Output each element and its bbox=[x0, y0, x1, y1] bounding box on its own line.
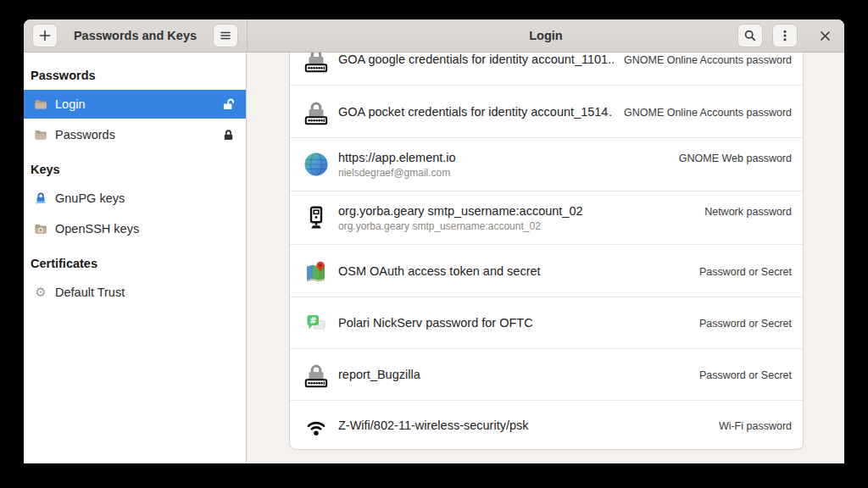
main-pane: GOA google credentials for identity acco… bbox=[248, 53, 844, 463]
sidebar-section-keys: Keys GnuPG keys bbox=[24, 160, 246, 243]
chat-hash-icon: # bbox=[303, 309, 330, 336]
sidebar-item-gnupg-keys[interactable]: GnuPG keys bbox=[24, 184, 246, 213]
close-button[interactable] bbox=[813, 24, 837, 47]
row-title: GOA google credentials for identity acco… bbox=[338, 53, 614, 66]
main-menu-button[interactable] bbox=[213, 24, 238, 47]
section-heading: Passwords bbox=[24, 66, 246, 90]
kebab-menu-icon bbox=[778, 29, 792, 42]
search-icon bbox=[743, 29, 757, 42]
menu-button[interactable] bbox=[772, 24, 798, 47]
close-icon bbox=[820, 30, 831, 42]
sidebar-item-login[interactable]: Login bbox=[24, 90, 246, 119]
password-list: GOA google credentials for identity acco… bbox=[289, 53, 804, 450]
row-type-label: GNOME Online Accounts password bbox=[624, 107, 792, 119]
row-subtitle: org.yorba.geary smtp_username:account_02 bbox=[338, 220, 792, 232]
password-row-osm[interactable]: OSM OAuth access token and secret Passwo… bbox=[290, 244, 803, 297]
row-title: OSM OAuth access token and secret bbox=[338, 264, 541, 278]
row-type-label: Password or Secret bbox=[699, 266, 792, 278]
wifi-icon bbox=[303, 412, 330, 439]
unlocked-icon bbox=[222, 98, 235, 111]
row-title: GOA pocket credentials for identity acco… bbox=[338, 105, 614, 119]
sidebar-item-label: Login bbox=[55, 97, 85, 111]
openssh-folder-icon bbox=[34, 222, 47, 236]
sidebar-item-label: Passwords bbox=[55, 128, 115, 141]
search-button[interactable] bbox=[737, 24, 763, 47]
gnupg-lock-icon bbox=[34, 191, 47, 205]
passwords-and-keys-window: Passwords and Keys Login bbox=[24, 19, 844, 463]
sidebar-item-label: Default Trust bbox=[55, 286, 125, 299]
web-globe-icon bbox=[303, 151, 330, 178]
row-title: org.yorba.geary smtp_username:account_02 bbox=[338, 204, 583, 218]
folder-icon bbox=[34, 128, 47, 141]
header-left-pane: Passwords and Keys bbox=[24, 19, 248, 52]
row-type-label: Wi-Fi password bbox=[719, 420, 792, 432]
row-subtitle: nielsdegraef@gmail.com bbox=[338, 167, 792, 179]
keyring-lock-icon bbox=[303, 53, 330, 73]
header-bar: Passwords and Keys Login bbox=[24, 19, 844, 53]
password-row-goa-google[interactable]: GOA google credentials for identity acco… bbox=[290, 53, 803, 85]
row-type-label: Network password bbox=[704, 206, 792, 218]
row-type-label: Password or Secret bbox=[699, 369, 792, 381]
computer-icon bbox=[303, 204, 330, 231]
password-row-wifi[interactable]: Z-Wifi/802-11-wireless-security/psk Wi-F… bbox=[290, 400, 803, 450]
add-button[interactable] bbox=[32, 24, 58, 47]
section-heading: Keys bbox=[24, 160, 246, 184]
password-row-bugzilla[interactable]: report_Bugzilla Password or Secret bbox=[290, 348, 803, 400]
folder-icon bbox=[34, 97, 47, 111]
sidebar-item-passwords[interactable]: Passwords bbox=[24, 120, 246, 149]
map-icon bbox=[303, 258, 330, 285]
row-title: https://app.element.io bbox=[338, 151, 456, 164]
section-heading: Certificates bbox=[24, 254, 246, 278]
header-right-pane: Login bbox=[248, 19, 844, 52]
sidebar-section-certificates: Certificates ⚙ Default Trust bbox=[24, 254, 246, 307]
hamburger-icon bbox=[220, 30, 231, 42]
gear-icon: ⚙ bbox=[34, 286, 47, 299]
sidebar-item-openssh-keys[interactable]: OpenSSH keys bbox=[24, 214, 246, 243]
sidebar-item-default-trust[interactable]: ⚙ Default Trust bbox=[24, 278, 246, 307]
sidebar-section-passwords: Passwords Login bbox=[24, 66, 246, 149]
keyring-lock-icon bbox=[303, 361, 330, 388]
keyring-lock-icon bbox=[303, 98, 330, 125]
row-title: report_Bugzilla bbox=[338, 368, 420, 381]
plus-icon bbox=[39, 30, 51, 42]
locked-icon bbox=[222, 129, 235, 141]
password-row-geary[interactable]: org.yorba.geary smtp_username:account_02… bbox=[290, 191, 803, 244]
password-row-goa-pocket[interactable]: GOA pocket credentials for identity acco… bbox=[290, 85, 803, 137]
row-type-label: Password or Secret bbox=[699, 318, 792, 330]
row-title: Polari NickServ password for OFTC bbox=[338, 316, 533, 330]
sidebar-item-label: GnuPG keys bbox=[55, 191, 125, 205]
password-row-polari[interactable]: # Polari NickServ password for OFTC Pass… bbox=[290, 297, 803, 348]
svg-text:#: # bbox=[309, 315, 317, 325]
password-row-element[interactable]: https://app.element.io GNOME Web passwor… bbox=[290, 137, 803, 191]
sidebar: Passwords Login bbox=[24, 53, 247, 463]
row-type-label: GNOME Online Accounts password bbox=[624, 54, 792, 66]
sidebar-item-label: OpenSSH keys bbox=[55, 222, 139, 236]
row-title: Z-Wifi/802-11-wireless-security/psk bbox=[338, 419, 529, 432]
row-type-label: GNOME Web password bbox=[679, 152, 792, 164]
